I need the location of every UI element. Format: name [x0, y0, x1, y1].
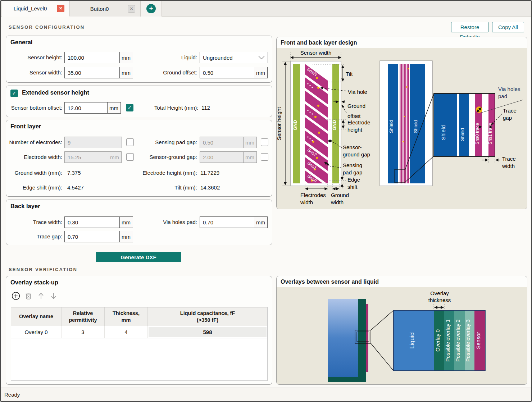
extended-sensor-height-checkbox[interactable]: ✓	[10, 90, 18, 97]
electrode-width-label: Electrode width:	[6, 151, 62, 163]
sensing-pad-gap-label: Sensing pad gap:	[118, 137, 197, 148]
unit-mm: mm	[243, 137, 257, 148]
table-row: Overlay 0 3 4 598	[11, 326, 267, 338]
tab-button0[interactable]: Button0 ✕	[70, 1, 141, 17]
sensing-pad-gap-label-1: Sensing	[343, 162, 362, 168]
sensor-ground-gap-checkbox[interactable]	[261, 153, 268, 161]
sensor-ground-gap-label-1: Sensor-	[343, 144, 362, 150]
permittivity-cell[interactable]: 3	[62, 326, 105, 338]
overlay-table: Overlay name Relative permittivity Thick…	[11, 307, 268, 381]
possible-overlay1-label: Possible overlay 1	[445, 319, 451, 362]
electrodes-width-label-2: width	[300, 199, 313, 205]
edge-shift-label-1: Edge	[347, 177, 360, 183]
col-overlay-name: Overlay name	[11, 307, 62, 326]
liquid-label: Liquid	[409, 332, 415, 348]
via-holes-pad-label-1: Via holes	[498, 86, 520, 92]
generate-dxf-button[interactable]: Generate DXF	[96, 252, 181, 262]
shield-label: Shield	[413, 120, 418, 133]
sensing-pad-gap-label-2: pad gap	[343, 169, 362, 175]
total-height-label: Total Height (mm):	[154, 104, 203, 111]
status-text: Ready	[4, 392, 20, 398]
col-capacitance-line1: Liquid capacitance, fF	[180, 310, 235, 316]
gnd-label: GND	[292, 120, 298, 131]
liquid-value: Ungrounded	[203, 55, 233, 61]
add-overlay-icon[interactable]	[11, 291, 21, 301]
unit-mm: mm	[107, 102, 121, 114]
delete-overlay-icon[interactable]	[24, 291, 33, 301]
close-tab-icon[interactable]: ✕	[128, 5, 135, 13]
via-holes-pad-label-2: pad	[498, 93, 507, 99]
sensing-pad-gap-input[interactable]	[200, 137, 244, 148]
sensor-height-input[interactable]	[64, 52, 120, 63]
overlay-stackup-panel: Overlay stack-up	[6, 276, 272, 385]
via-holes-pad-label: Via holes pad:	[118, 216, 197, 228]
electrode-width-input[interactable]	[64, 151, 108, 163]
sensor-width-input[interactable]	[64, 67, 120, 78]
trace-gap-label: Trace gap:	[6, 231, 62, 242]
overlay-name-cell[interactable]: Overlay 0	[11, 326, 62, 338]
panel-title: General	[10, 39, 32, 46]
shield-label: Shield	[460, 128, 465, 141]
sensor-bottom-offset-label: Sensor bottom offset:	[6, 102, 62, 114]
sensing-pad-gap-checkbox[interactable]	[261, 138, 268, 146]
app-window: Liquid_Level0 ✕ Button0 ✕ + SENSOR CONFI…	[0, 0, 532, 402]
restore-defaults-button[interactable]: Restore Defaults	[451, 22, 488, 32]
ground-offset-label: Ground offset:	[118, 67, 197, 78]
unit-mm: mm	[254, 67, 268, 78]
overlay-thickness-label-2: thickness	[428, 297, 451, 303]
electrodes-width-label-1: Electrodes	[300, 192, 326, 198]
electrode-height-label-2: height	[347, 127, 363, 133]
sensor-width-label: Sensor width:	[6, 67, 62, 78]
sns1-trace-label: Sns1 trace	[488, 123, 493, 145]
via-holes-pad-input[interactable]	[200, 216, 254, 228]
close-glyph: ✕	[130, 6, 133, 11]
move-overlay-down-icon[interactable]	[49, 291, 58, 301]
shield-label: Shield	[388, 120, 394, 133]
panel-title: Overlay stack-up	[10, 279, 58, 286]
add-tab-button[interactable]: +	[146, 4, 156, 13]
sensor-label: Sensor	[475, 332, 481, 349]
overlays-panel: Overlays between sensor and liquid	[276, 276, 527, 385]
unit-mm: mm	[243, 151, 257, 163]
trace-width-label-1: Trace	[502, 156, 516, 162]
thickness-cell[interactable]: 4	[105, 326, 148, 338]
copy-all-button[interactable]: Copy All	[492, 22, 524, 32]
liquid-select[interactable]: Ungrounded	[200, 52, 268, 63]
ground-width-value: 7.375	[67, 169, 81, 177]
sensor-height-label: Sensor height:	[6, 52, 62, 63]
sensor-bottom-offset-checkbox[interactable]: ✓	[126, 104, 133, 111]
unit-mm: mm	[119, 231, 133, 242]
status-bar: Ready	[1, 388, 531, 401]
sensor-ground-gap-label-2: ground gap	[343, 151, 370, 157]
total-height-value: 112	[201, 104, 210, 111]
close-glyph: ✕	[59, 6, 62, 11]
sensor-ground-gap-label: Sensor-ground gap:	[118, 151, 197, 163]
sensor-ground-gap-input[interactable]	[200, 151, 244, 163]
sensor-height-label: Sensor height	[277, 107, 282, 140]
front-back-design-diagram: Sensor width Sensor height GND GND	[277, 48, 527, 209]
check-icon: ✓	[12, 90, 17, 96]
trace-gap-label-2: gap	[503, 115, 512, 121]
extended-sensor-height-panel: ✓ Extended sensor height Sensor bottom o…	[6, 86, 272, 117]
front-layer-panel: Front layer Number of electrodes: Sensin…	[6, 120, 272, 197]
shield-label: Shield	[440, 125, 446, 140]
possible-overlay2-label: Possible overlay 2	[455, 319, 461, 362]
edge-shift-label-2: shift	[347, 184, 358, 190]
ground-offset-label-1: Ground	[347, 103, 365, 109]
panel-title: Extended sensor height	[22, 89, 89, 96]
trace-gap-input[interactable]	[64, 231, 120, 242]
number-of-electrodes-input[interactable]	[64, 137, 122, 148]
edge-shift-label: Edge shift (mm):	[6, 184, 62, 191]
close-tab-icon[interactable]: ✕	[57, 5, 64, 12]
capacitance-cell: 598	[148, 326, 267, 338]
tab-liquid-level0[interactable]: Liquid_Level0 ✕	[2, 1, 70, 17]
liquid-label: Liquid:	[118, 52, 197, 63]
panel-title: Front and back layer design	[277, 37, 527, 48]
sensor-bottom-offset-input[interactable]	[64, 102, 108, 114]
ground-offset-label-2: offset	[347, 113, 361, 119]
ground-offset-input[interactable]	[200, 67, 254, 78]
trace-width-input[interactable]	[64, 216, 120, 228]
possible-overlay3-label: Possible overlay 3	[465, 319, 471, 362]
sensor-configuration-title: SENSOR CONFIGURATION	[9, 24, 85, 30]
move-overlay-up-icon[interactable]	[36, 291, 46, 301]
